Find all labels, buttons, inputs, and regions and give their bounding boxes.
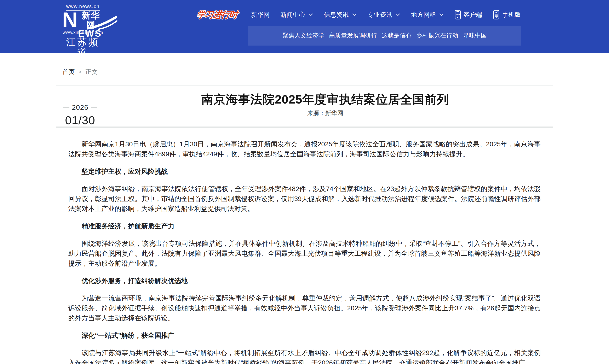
subnav-item-rural-revitalization[interactable]: 乡村振兴在行动 (416, 31, 458, 40)
breadcrumb-separator: > (79, 69, 82, 75)
logo-letter-n: N (62, 11, 78, 29)
chevron-down-icon (439, 13, 444, 16)
subnav-item-humanistic-economics[interactable]: 聚焦人文经济学 (283, 31, 325, 40)
nav-item-label: 专业资讯 (367, 11, 392, 19)
subnav-item-taste-of-china[interactable]: 寻味中国 (463, 31, 487, 40)
svg-text:APP: APP (456, 14, 460, 16)
article-paragraph: 围绕海洋经济发展，该院出台专项司法保障措施，并在具体案件中创新机制。在涉及高技术… (68, 238, 541, 268)
nav-item-news-center[interactable]: 新闻中心 (280, 11, 313, 19)
site-header: www.news.cn N 新华网 EWS www.xinhuanet.com … (0, 0, 609, 53)
nav-item-label: 地方网群 (411, 11, 436, 19)
chevron-down-icon (396, 13, 400, 16)
chevron-down-icon (309, 13, 313, 16)
channel-name: 江苏频道 (62, 37, 104, 58)
article-body: 新华网南京1月30日电（虞启忠）1月30日，南京海事法院召开新闻发布会，通报20… (56, 128, 553, 364)
page: www.news.cn N 新华网 EWS www.xinhuanet.com … (0, 0, 609, 364)
content-column: 首页 > 正文 2026 01/30 南京海事法院2025年度审执结案位居全国前… (56, 68, 553, 364)
article-paragraph: 该院与江苏海事局共同升级水上“一站式”解纷中心，将机制拓展至所有水上矛盾纠纷。中… (68, 348, 541, 364)
breadcrumb: 首页 > 正文 (56, 68, 553, 76)
nav-item-label: 新华网 (251, 11, 270, 19)
chevron-down-icon (352, 13, 357, 16)
article-paragraph: 面对涉外海事纠纷，南京海事法院依法行使管辖权，全年受理涉外案件482件，涉及74… (68, 184, 541, 214)
nav-item-professional[interactable]: 专业资讯 (367, 11, 400, 19)
date-year: 2026 (72, 103, 88, 111)
breadcrumb-home-link[interactable]: 首页 (62, 68, 75, 76)
section-heading-sovereignty: 坚定维护主权，应对风险挑战 (68, 167, 541, 176)
divider-article (56, 127, 553, 128)
nav-item-label: 信息资讯 (324, 11, 349, 19)
date-dash-left (63, 107, 69, 108)
article-header: 2026 01/30 南京海事法院2025年度审执结案位居全国前列 来源：新华网 (56, 93, 553, 117)
divider-top (56, 85, 553, 86)
top-nav: 学习进行时 新华网 新闻中心 信息资讯 专业资讯 (197, 7, 521, 22)
nav-item-mobile-version[interactable]: 手机版 (493, 10, 521, 20)
site-logo[interactable]: www.news.cn N 新华网 EWS www.xinhuanet.com … (62, 4, 104, 63)
article-paragraph: 为营造一流营商环境，南京海事法院持续完善国际海事纠纷多元化解机制，尊重仲裁约定，… (68, 293, 541, 323)
date-monthday: 01/30 (60, 114, 100, 127)
channel-url: js.xinhuanet.com (62, 58, 104, 63)
subnav-item-high-quality-development[interactable]: 高质量发展调研行 (329, 31, 377, 40)
nav-item-label: 手机版 (502, 11, 521, 19)
swoosh-icon (87, 16, 118, 31)
mobile-version-icon (493, 10, 500, 20)
subnav-bar: 聚焦人文经济学 高质量发展调研行 这就是信心 乡村振兴在行动 寻味中国 (248, 26, 521, 46)
nav-item-info[interactable]: 信息资讯 (324, 11, 357, 19)
breadcrumb-current: 正文 (85, 68, 98, 76)
page-title: 南京海事法院2025年度审执结案位居全国前列 (97, 93, 553, 106)
nav-item-label: 客户端 (463, 11, 482, 19)
article-date: 2026 01/30 (60, 103, 100, 127)
subnav-item-this-is-confidence[interactable]: 这就是信心 (382, 31, 412, 40)
date-dash-right (91, 107, 97, 108)
article-paragraph: 新华网南京1月30日电（虞启忠）1月30日，南京海事法院召开新闻发布会，通报20… (68, 139, 541, 159)
nav-item-local-network[interactable]: 地方网群 (411, 11, 444, 19)
section-heading-foreign-services: 优化涉外服务，打造纠纷解决优选地 (68, 276, 541, 286)
nav-item-app-client[interactable]: APP 客户端 (454, 10, 482, 20)
nav-item-xinhuanet[interactable]: 新华网 (251, 11, 270, 19)
section-heading-economy: 精准服务经济，护航新质生产力 (68, 221, 541, 231)
article-source: 来源：新华网 (97, 109, 553, 117)
section-heading-one-stop: 深化“一站式”解纷，获全国推广 (68, 330, 541, 340)
study-campaign-badge[interactable]: 学习进行时 (196, 9, 238, 21)
app-client-icon: APP (454, 10, 461, 20)
xinhuanet-logo-mark: N 新华网 EWS (62, 11, 104, 30)
nav-item-label: 新闻中心 (280, 11, 305, 19)
